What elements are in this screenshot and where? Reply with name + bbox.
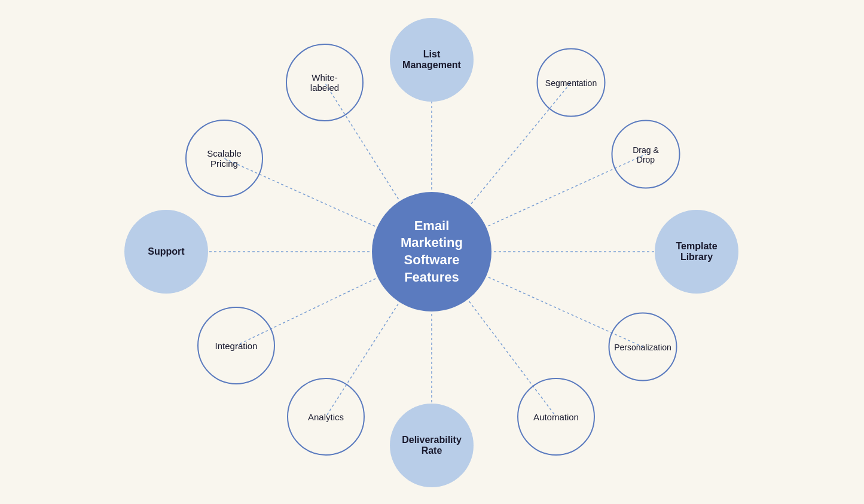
node-label-automation: Automation: [533, 412, 579, 422]
node-analytics: Analytics: [287, 378, 365, 456]
center-node: Email Marketing Software Features: [372, 192, 491, 311]
node-scalable-pricing: Scalable Pricing: [185, 120, 263, 197]
node-label-deliverability-rate: Deliverability Rate: [402, 435, 462, 456]
node-automation: Automation: [517, 378, 595, 456]
node-label-analytics: Analytics: [308, 412, 344, 422]
node-label-template-library: Template Library: [676, 241, 717, 262]
node-label-integration: Integration: [215, 341, 258, 351]
node-deliverability-rate: Deliverability Rate: [390, 404, 474, 487]
node-drag-drop: Drag & Drop: [612, 120, 680, 189]
node-label-support: Support: [148, 246, 184, 257]
diagram-container: Email Marketing Software Features List M…: [0, 0, 864, 504]
node-personalization: Personalization: [609, 313, 677, 381]
node-support: Support: [124, 210, 208, 294]
node-label-drag-drop: Drag & Drop: [633, 145, 659, 164]
node-segmentation: Segmentation: [537, 48, 606, 117]
node-label-list-management: List Management: [402, 49, 461, 71]
center-label: Email Marketing Software Features: [401, 218, 463, 286]
node-label-scalable-pricing: Scalable Pricing: [207, 148, 242, 169]
node-label-white-labeled: White- labeled: [310, 72, 339, 93]
node-label-personalization: Personalization: [614, 342, 671, 352]
node-label-segmentation: Segmentation: [545, 78, 597, 87]
node-list-management: List Management: [390, 18, 474, 102]
node-white-labeled: White- labeled: [286, 44, 364, 121]
node-template-library: Template Library: [655, 210, 738, 294]
node-integration: Integration: [197, 307, 275, 384]
